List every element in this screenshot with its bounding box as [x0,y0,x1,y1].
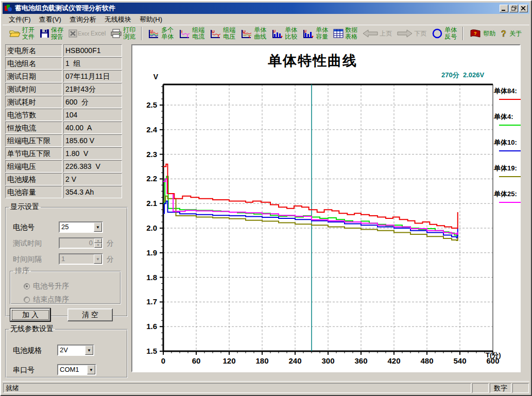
battery-spec-label: 电池规格 [13,346,42,355]
series-单体25 [163,179,458,234]
next-page-button: 下页 [394,26,429,41]
legend-label: 单体4: [494,112,513,122]
info-label: 组端电压下限 [5,134,62,147]
chevron-down-icon[interactable]: ▼ [94,222,102,232]
chevron-down-icon[interactable]: ▼ [87,365,95,374]
x-tick-label: 480 [420,356,433,365]
svg-text:?: ? [474,31,477,36]
pack-current-label: 组端 电流 [192,27,204,40]
menu-bar: 文件(F)查看(V)查询分析无线模块帮助(H) [3,14,529,25]
legend-label: 单体84: [494,87,517,96]
menu-item-0[interactable]: 文件(F) [5,14,35,25]
info-value: 600 分 [63,96,122,108]
legend-line [499,125,521,126]
clear-button[interactable]: 清 空 [67,308,113,321]
pack-current-button[interactable]: It组端 电流 [176,26,207,41]
minimize-button[interactable] [500,5,508,12]
cell-curve-button[interactable]: Ut单体 曲线 [238,26,269,41]
chart-plot-area[interactable]: 1.51.61.71.81.92.02.12.22.32.42.50601201… [132,45,520,371]
svg-text:?: ? [501,29,506,38]
title-bar[interactable]: 蓄电池组负载测试仪管理分析软件 [3,3,529,14]
multi-cell-button[interactable]: U多个 单体 [145,26,176,41]
battery-no-select[interactable]: 25 ▼ [59,221,103,233]
legend-label: 单体25: [494,190,517,199]
about-button[interactable]: ?关于 [498,26,524,41]
chevron-down-icon: ▼ [94,254,102,264]
battery-spec-select[interactable]: 2V ▼ [57,345,94,356]
menu-item-1[interactable]: 查看(V) [35,14,65,25]
cursor-readout: 270分 2.026V [441,71,484,80]
y-tick-label: 1.9 [146,248,157,257]
save-report-button[interactable]: 保存 报告 [37,26,66,41]
info-label: 组端电压 [5,160,62,173]
info-label: 电池组名 [5,57,62,70]
com-port-select[interactable]: COM1 ▼ [57,364,96,375]
menu-item-2[interactable]: 查询分析 [65,14,100,25]
cell-invert-button[interactable]: 单体 反号 [429,26,459,41]
info-label: 单节电压下限 [5,147,62,160]
bar-capacity-icon: U [302,29,314,39]
legend-label: 单体19: [494,164,517,173]
open-file-button[interactable]: 打开 文件 [7,26,37,41]
sort-group-title: 排序 [13,266,31,276]
x-tick-label: 120 [222,356,235,365]
excel-export-button: ExcelExcel [66,26,108,41]
cell-capacity-button[interactable]: U单体 容量 [300,26,331,41]
chart-cell-icon: Ut [241,29,252,39]
menu-item-4[interactable]: 帮助(H) [135,14,166,25]
display-settings-group: 显示设置 电池号 25 ▼ 测试时间 0 ▲▼ 分 时间间隔 1 ▼ 分 排序 [5,202,128,317]
svg-text:Excel: Excel [78,30,89,37]
status-bar: 就绪 数字 [3,381,529,393]
add-button[interactable]: 加 入 [10,308,50,321]
test-time-value: 0 [60,238,94,248]
bar-compare-icon: U [271,29,283,39]
restore-button[interactable] [509,5,518,12]
test-time-spinner: 0 ▲▼ [59,237,103,249]
info-value: 2 V [63,173,122,185]
table-row: 电池容量354.3 Ah [5,186,124,198]
table-row: 测试日期07年11月11日 [5,70,124,82]
cell-compare-button[interactable]: U单体 比较 [269,26,300,41]
legend-line [499,150,521,151]
info-value: 1.80 V [63,147,122,160]
interval-value: 1 [60,254,94,264]
legend-line [499,176,521,177]
y-tick-label: 2.2 [146,174,157,183]
menu-item-3[interactable]: 无线模块 [100,14,135,25]
close-button[interactable] [519,5,528,12]
series-单体84 [163,164,458,228]
status-cell-empty [472,383,489,393]
print-preview-button[interactable]: 打印 浏览 [108,26,138,41]
chart-current-icon: It [179,29,191,39]
interval-label: 时间间隔 [13,255,42,264]
save-floppy-icon [40,29,49,38]
cell-curve-label: 单体 曲线 [254,27,266,40]
y-tick-label: 1.8 [146,273,157,282]
pack-voltage-label: 组端 电压 [223,27,235,40]
info-value: 354.3 Ah [63,186,122,198]
svg-text:U: U [273,29,276,33]
x-tick-label: 0 [161,356,165,365]
open-file-label: 打开 文件 [22,27,35,40]
prev-page-label: 上页 [380,30,392,37]
legend-line [499,202,521,203]
svg-text:U: U [212,29,215,34]
sort-group: 排序 电池号升序 结束点降序 [10,266,121,304]
table-icon [333,29,344,38]
y-tick-label: 2.4 [146,125,158,134]
status-text: 就绪 [3,383,471,393]
pack-voltage-button[interactable]: Ut组端 电压 [207,26,238,41]
info-value: 07年11月11日 [63,70,122,82]
y-tick-label: 2.5 [146,100,157,109]
help-button[interactable]: ?帮助 [467,26,498,41]
data-table-button[interactable]: 数据 表格 [331,26,360,41]
info-value: 21时43分 [63,83,122,95]
radio-icon [24,283,30,289]
chevron-down-icon[interactable]: ▼ [85,346,93,355]
y-tick-label: 2.0 [146,223,157,232]
x-tick-label: 360 [354,356,367,365]
display-settings-title: 显示设置 [9,202,41,212]
x-tick-label: 60 [192,356,201,365]
battery-no-label: 电池号 [13,223,35,232]
x-tick-label: 240 [288,356,301,365]
